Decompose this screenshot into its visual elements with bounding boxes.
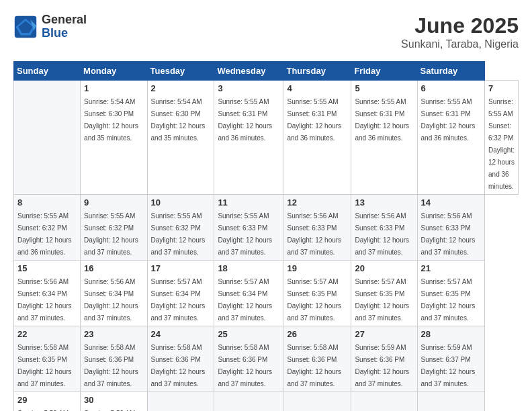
weekday-header-monday: Monday: [81, 62, 147, 81]
calendar-day-cell: 23 Sunrise: 5:58 AMSunset: 6:36 PMDaylig…: [81, 326, 147, 392]
weekday-header-friday: Friday: [351, 62, 417, 81]
logo-blue: Blue: [42, 27, 87, 40]
day-number: 6: [421, 83, 481, 93]
calendar-day-cell: [147, 392, 214, 412]
day-info: Sunrise: 5:59 AMSunset: 6:37 PMDaylight:…: [421, 344, 476, 387]
calendar-day-cell: 28 Sunrise: 5:59 AMSunset: 6:37 PMDaylig…: [417, 326, 484, 392]
day-number: 13: [355, 197, 413, 208]
day-info: Sunrise: 5:58 AMSunset: 6:36 PMDaylight:…: [287, 344, 341, 387]
calendar-day-cell: 17 Sunrise: 5:57 AMSunset: 6:34 PMDaylig…: [147, 261, 214, 326]
day-number: 24: [151, 329, 211, 339]
calendar-title: June 2025: [401, 13, 519, 38]
calendar-day-cell: 20 Sunrise: 5:57 AMSunset: 6:35 PMDaylig…: [351, 261, 417, 326]
calendar-day-cell: 3 Sunrise: 5:55 AMSunset: 6:31 PMDayligh…: [214, 81, 283, 195]
calendar-week-row: 29 Sunrise: 5:59 AMSunset: 6:37 PMDaylig…: [14, 392, 519, 412]
calendar-day-cell: 5 Sunrise: 5:55 AMSunset: 6:31 PMDayligh…: [351, 81, 417, 195]
calendar-day-cell: 14 Sunrise: 5:56 AMSunset: 6:33 PMDaylig…: [417, 195, 484, 261]
calendar-body: 1 Sunrise: 5:54 AMSunset: 6:30 PMDayligh…: [14, 81, 519, 412]
day-number: 8: [17, 197, 77, 208]
day-info: Sunrise: 5:57 AMSunset: 6:35 PMDaylight:…: [287, 278, 341, 322]
day-number: 1: [84, 83, 143, 93]
calendar-day-cell: 22 Sunrise: 5:58 AMSunset: 6:35 PMDaylig…: [14, 326, 81, 392]
calendar-day-cell: 10 Sunrise: 5:55 AMSunset: 6:32 PMDaylig…: [147, 195, 214, 261]
day-number: 29: [17, 395, 77, 405]
day-info: Sunrise: 5:55 AMSunset: 6:31 PMDaylight:…: [421, 98, 476, 142]
day-info: Sunrise: 5:57 AMSunset: 6:35 PMDaylight:…: [355, 278, 409, 322]
calendar-day-cell: 30 Sunrise: 5:59 AMSunset: 6:37 PMDaylig…: [81, 392, 147, 412]
day-info: Sunrise: 5:58 AMSunset: 6:36 PMDaylight:…: [218, 344, 272, 387]
calendar-day-cell: 6 Sunrise: 5:55 AMSunset: 6:31 PMDayligh…: [417, 81, 484, 195]
calendar-subtitle: Sunkani, Taraba, Nigeria: [401, 38, 519, 50]
day-number: 20: [355, 263, 413, 273]
weekday-header-thursday: Thursday: [283, 62, 351, 81]
calendar-day-cell: [417, 392, 484, 412]
day-number: 22: [17, 329, 77, 339]
day-number: 3: [218, 83, 279, 93]
calendar-week-row: 8 Sunrise: 5:55 AMSunset: 6:32 PMDayligh…: [14, 195, 519, 261]
calendar-day-cell: 2 Sunrise: 5:54 AMSunset: 6:30 PMDayligh…: [147, 81, 214, 195]
calendar-day-cell: 12 Sunrise: 5:56 AMSunset: 6:33 PMDaylig…: [283, 195, 351, 261]
logo-general: General: [42, 13, 87, 27]
calendar-day-cell: 25 Sunrise: 5:58 AMSunset: 6:36 PMDaylig…: [214, 326, 283, 392]
day-info: Sunrise: 5:56 AMSunset: 6:34 PMDaylight:…: [17, 278, 72, 322]
calendar-day-cell: 21 Sunrise: 5:57 AMSunset: 6:35 PMDaylig…: [417, 261, 484, 326]
day-number: 2: [151, 83, 211, 93]
day-number: 14: [421, 197, 481, 208]
header: General Blue June 2025 Sunkani, Taraba, …: [13, 13, 519, 50]
day-info: Sunrise: 5:56 AMSunset: 6:33 PMDaylight:…: [421, 212, 476, 256]
day-info: Sunrise: 5:55 AMSunset: 6:31 PMDaylight:…: [287, 98, 341, 142]
day-number: 27: [355, 329, 413, 339]
weekday-header-saturday: Saturday: [417, 62, 484, 81]
day-number: 25: [218, 329, 279, 339]
calendar-day-cell: 8 Sunrise: 5:55 AMSunset: 6:32 PMDayligh…: [14, 195, 81, 261]
calendar-day-cell: [14, 81, 81, 195]
day-number: 11: [218, 197, 279, 208]
day-number: 15: [17, 263, 77, 273]
day-number: 17: [151, 263, 211, 273]
day-number: 10: [151, 197, 211, 208]
day-number: 16: [84, 263, 143, 273]
day-info: Sunrise: 5:56 AMSunset: 6:33 PMDaylight:…: [287, 212, 341, 256]
general-blue-icon: [13, 15, 38, 39]
day-number: 26: [287, 329, 347, 339]
day-number: 23: [84, 329, 143, 339]
day-info: Sunrise: 5:57 AMSunset: 6:35 PMDaylight:…: [421, 278, 476, 322]
logo: General Blue: [13, 13, 87, 40]
day-info: Sunrise: 5:58 AMSunset: 6:36 PMDaylight:…: [151, 344, 206, 387]
weekday-header-wednesday: Wednesday: [214, 62, 283, 81]
day-info: Sunrise: 5:55 AMSunset: 6:32 PMDaylight:…: [84, 212, 138, 256]
logo-text: General Blue: [42, 13, 87, 40]
day-info: Sunrise: 5:55 AMSunset: 6:32 PMDaylight:…: [488, 98, 515, 190]
calendar-week-row: 15 Sunrise: 5:56 AMSunset: 6:34 PMDaylig…: [14, 261, 519, 326]
title-section: June 2025 Sunkani, Taraba, Nigeria: [401, 13, 519, 50]
calendar-week-row: 22 Sunrise: 5:58 AMSunset: 6:35 PMDaylig…: [14, 326, 519, 392]
day-number: 4: [287, 83, 347, 93]
day-info: Sunrise: 5:55 AMSunset: 6:31 PMDaylight:…: [218, 98, 272, 142]
calendar-day-cell: 7 Sunrise: 5:55 AMSunset: 6:32 PMDayligh…: [485, 81, 519, 195]
calendar-day-cell: [283, 392, 351, 412]
calendar-day-cell: 9 Sunrise: 5:55 AMSunset: 6:32 PMDayligh…: [81, 195, 147, 261]
calendar-day-cell: [351, 392, 417, 412]
day-number: 12: [287, 197, 347, 208]
day-info: Sunrise: 5:59 AMSunset: 6:36 PMDaylight:…: [355, 344, 409, 387]
day-info: Sunrise: 5:55 AMSunset: 6:33 PMDaylight:…: [218, 212, 272, 256]
calendar-day-cell: 29 Sunrise: 5:59 AMSunset: 6:37 PMDaylig…: [14, 392, 81, 412]
calendar-day-cell: 4 Sunrise: 5:55 AMSunset: 6:31 PMDayligh…: [283, 81, 351, 195]
calendar-day-cell: 26 Sunrise: 5:58 AMSunset: 6:36 PMDaylig…: [283, 326, 351, 392]
calendar-day-cell: 19 Sunrise: 5:57 AMSunset: 6:35 PMDaylig…: [283, 261, 351, 326]
calendar-day-cell: 11 Sunrise: 5:55 AMSunset: 6:33 PMDaylig…: [214, 195, 283, 261]
weekday-header-sunday: Sunday: [14, 62, 81, 81]
day-number: 18: [218, 263, 279, 273]
day-number: 30: [84, 395, 143, 405]
day-number: 7: [488, 83, 515, 93]
day-number: 5: [355, 83, 413, 93]
day-info: Sunrise: 5:54 AMSunset: 6:30 PMDaylight:…: [151, 98, 206, 142]
calendar-day-cell: 15 Sunrise: 5:56 AMSunset: 6:34 PMDaylig…: [14, 261, 81, 326]
day-number: 28: [421, 329, 481, 339]
day-number: 21: [421, 263, 481, 273]
calendar-week-row: 1 Sunrise: 5:54 AMSunset: 6:30 PMDayligh…: [14, 81, 519, 195]
calendar-day-cell: 27 Sunrise: 5:59 AMSunset: 6:36 PMDaylig…: [351, 326, 417, 392]
calendar-day-cell: 13 Sunrise: 5:56 AMSunset: 6:33 PMDaylig…: [351, 195, 417, 261]
day-number: 9: [84, 197, 143, 208]
calendar-day-cell: 16 Sunrise: 5:56 AMSunset: 6:34 PMDaylig…: [81, 261, 147, 326]
